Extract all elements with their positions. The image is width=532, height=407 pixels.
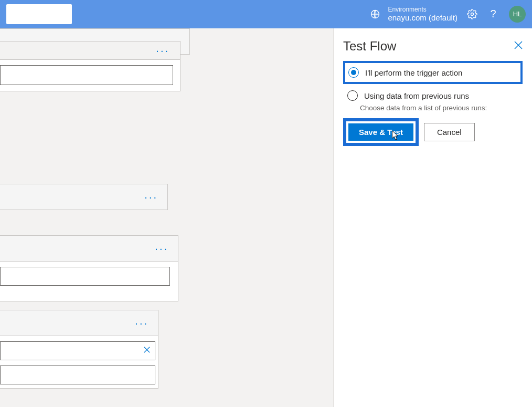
radio-label-1: I'll perform the trigger action	[365, 68, 462, 77]
env-label: Environments	[388, 6, 457, 13]
top-header: Environments enayu.com (default) ? HL	[0, 0, 532, 28]
svg-point-1	[471, 13, 474, 15]
save-test-highlight: Save & Test	[343, 118, 419, 146]
flow-card-6-body	[0, 336, 158, 389]
radio-icon	[347, 90, 358, 101]
flow-card-6-header[interactable]: ···	[0, 310, 158, 336]
cancel-button[interactable]: Cancel	[424, 123, 475, 141]
env-value: enayu.com (default)	[388, 13, 457, 23]
flow-card-1[interactable]: ···	[0, 41, 180, 91]
flow-card-5-header[interactable]: ···	[0, 235, 178, 262]
more-icon[interactable]: ···	[144, 191, 158, 203]
card6-input-1[interactable]	[0, 341, 155, 360]
card1-input[interactable]	[0, 65, 173, 85]
search-input[interactable]	[6, 4, 72, 24]
radio-perform-trigger[interactable]: I'll perform the trigger action	[343, 61, 523, 84]
flow-card-5-body	[0, 262, 178, 301]
gear-icon[interactable]	[467, 9, 477, 19]
close-icon[interactable]	[514, 41, 523, 51]
header-right: Environments enayu.com (default) ? HL	[370, 6, 526, 23]
save-test-button[interactable]: Save & Test	[348, 123, 413, 141]
more-icon[interactable]: ···	[155, 243, 168, 255]
card5-input[interactable]	[0, 267, 170, 286]
more-icon[interactable]: ···	[156, 45, 169, 57]
card6-input-2[interactable]	[0, 366, 155, 384]
test-flow-panel: Test Flow I'll perform the trigger actio…	[333, 28, 532, 407]
more-icon[interactable]: ···	[135, 317, 148, 329]
environment-picker[interactable]: Environments enayu.com (default)	[370, 6, 457, 23]
radio-previous-runs[interactable]: Using data from previous runs	[343, 87, 523, 104]
avatar-initials: HL	[513, 10, 522, 18]
globe-icon	[370, 9, 380, 19]
radio-icon	[348, 67, 359, 78]
panel-title: Test Flow	[343, 39, 396, 54]
close-icon[interactable]	[143, 346, 151, 356]
flow-card-4[interactable]: ···	[0, 184, 168, 210]
help-icon[interactable]: ?	[487, 8, 499, 20]
radio-subtext: Choose data from a list of previous runs…	[360, 104, 523, 112]
save-test-label: Save & Test	[359, 128, 403, 137]
flow-canvas: ··· ··· Case 4 ··· ··· ···	[0, 28, 333, 407]
cancel-label: Cancel	[437, 128, 462, 137]
radio-label-2: Using data from previous runs	[364, 91, 469, 100]
avatar[interactable]: HL	[509, 6, 526, 23]
